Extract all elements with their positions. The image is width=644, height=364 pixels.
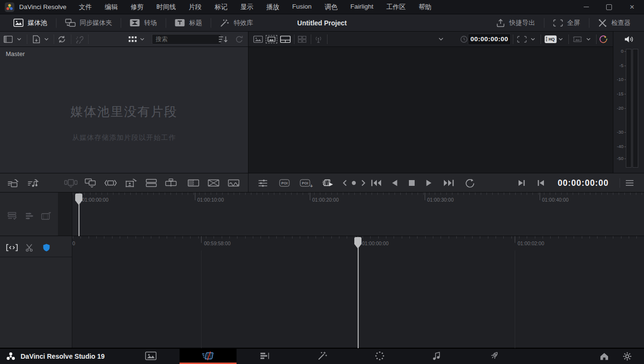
menu-item-时间线[interactable]: 时间线 [157,3,176,11]
menu-item-显示[interactable]: 显示 [240,3,253,11]
minimize-button[interactable] [580,1,592,13]
viewer-timecode[interactable]: 00:00:00:00 [468,34,511,45]
step-back-button[interactable] [342,179,348,186]
unlink-media-icon[interactable] [75,35,83,43]
insert-button[interactable] [104,179,117,187]
track-controls-icon[interactable] [25,212,34,220]
menu-item-修剪[interactable]: 修剪 [131,3,144,11]
bin-list-toggle-icon[interactable] [4,35,13,43]
menu-item-播放[interactable]: 播放 [266,3,279,11]
transition-button[interactable] [188,179,200,187]
tab-edit[interactable] [237,349,294,364]
tab-cut[interactable] [180,349,237,364]
home-button[interactable] [599,352,609,361]
chevron-down-icon[interactable] [140,38,145,41]
timeline-view-icon[interactable] [280,35,291,43]
place-on-top-button[interactable] [125,178,138,188]
fullscreen-button[interactable]: 全屏 [544,14,589,31]
insert-audio-button[interactable] [27,178,40,188]
playback-quality-icon[interactable]: HQ [545,35,557,43]
poi-marker-button[interactable]: POI [280,179,290,186]
menu-item-片段[interactable]: 片段 [189,3,202,11]
chevron-down-icon[interactable] [587,38,591,41]
timeline-options-menu-icon[interactable] [625,180,634,186]
chevron-down-icon[interactable] [531,38,535,41]
effects-library-toggle[interactable]: 特效库 [211,14,262,31]
razor-icon[interactable] [25,244,34,252]
chevron-down-icon[interactable] [45,38,49,41]
next-edit-point-button[interactable] [518,179,525,187]
viewer-panel[interactable] [248,47,613,173]
import-media-icon[interactable] [33,35,40,43]
titles-toggle[interactable]: 标题 [166,14,211,31]
close-button[interactable]: × [626,1,638,13]
tab-fairlight[interactable] [408,349,466,364]
multicam-view-icon[interactable] [298,35,306,43]
chevron-down-icon[interactable] [17,38,22,41]
tab-media[interactable] [122,349,180,364]
snapping-shield-icon[interactable] [43,244,50,252]
play-button[interactable] [426,179,433,187]
grid-view-icon[interactable] [129,36,137,42]
tab-color[interactable] [351,349,408,364]
append-button[interactable] [146,179,157,187]
source-overwrite-button[interactable] [64,178,78,188]
settings-gear-button[interactable] [622,352,632,361]
stop-button[interactable] [408,180,415,186]
lower-playhead[interactable] [358,237,359,348]
maximize-button[interactable] [603,1,615,13]
tab-fusion[interactable] [294,349,351,364]
source-clip-view-icon[interactable] [253,35,263,43]
play-around-button[interactable] [351,180,357,185]
menu-item-Fusion[interactable]: Fusion [292,3,312,11]
timeline-overview[interactable]: 01:00:00:0001:00:10:0001:00:20:0001:00:3… [0,193,644,236]
source-tape-trim-view-icon[interactable] [266,35,277,43]
ai-enhance-icon[interactable] [599,34,608,44]
resize-image-icon[interactable] [573,35,582,43]
play-reverse-button[interactable] [391,179,398,187]
quick-export-button[interactable]: 快捷导出 [487,14,544,31]
overwrite-button[interactable] [85,178,97,188]
dissolve-button[interactable] [208,179,220,187]
trim-mode-icon[interactable] [6,244,18,251]
tools-button[interactable] [258,178,268,187]
menu-item-帮助[interactable]: 帮助 [418,3,431,11]
menu-item-调色[interactable]: 调色 [325,3,338,11]
ripple-overwrite-button[interactable] [165,178,177,187]
insert-video-button[interactable] [7,178,20,188]
review-play-button[interactable] [322,178,335,187]
menu-item-文件[interactable]: 文件 [79,3,92,11]
chevron-down-icon[interactable] [559,38,563,41]
search-input[interactable] [152,34,221,45]
step-forward-button[interactable] [361,179,366,186]
timeline-timecode[interactable]: 00:00:00:00 [558,178,609,188]
media-pool-toggle[interactable]: 媒体池 [5,14,56,31]
previous-edit-point-button[interactable] [537,179,545,187]
viewer-option-dropdown[interactable] [439,37,443,41]
menu-item-标记[interactable]: 标记 [215,3,227,11]
inspector-toggle[interactable]: 检查器 [589,14,640,31]
menu-item-工作区[interactable]: 工作区 [386,3,406,11]
transitions-toggle[interactable]: 转场 [121,14,166,31]
refresh-icon[interactable] [236,35,243,43]
speaker-icon[interactable] [624,35,634,44]
safe-area-icon[interactable] [517,36,527,43]
menu-item-编辑[interactable]: 编辑 [105,3,118,11]
add-poi-marker-button[interactable]: POI [300,179,310,186]
menu-item-Fairlight[interactable]: Fairlight [350,3,373,11]
live-stream-icon[interactable] [315,35,322,43]
sync-bin-toggle[interactable]: 同步媒体夹 [56,14,121,31]
tab-deliver[interactable] [465,349,523,364]
quick-export-icon [496,19,505,27]
upper-timeline-ruler[interactable]: 01:00:00:0001:00:10:0001:00:20:0001:00:3… [72,193,644,206]
resync-media-icon[interactable] [57,35,66,43]
timeline-detail[interactable]: 00:59:58:0001:00:00:0001:00:02:000 [0,236,644,348]
sort-icon[interactable] [218,35,228,43]
clip-options-icon[interactable] [41,212,52,220]
skip-to-start-button[interactable] [371,179,382,187]
skip-to-end-button[interactable] [443,179,454,187]
timeline-options-icon[interactable] [8,212,18,220]
smooth-cut-button[interactable] [228,179,240,187]
loop-button[interactable] [465,178,476,187]
media-pool-panel[interactable]: Master 媒体池里没有片段 从媒体存储添加片段以开始工作 [0,47,248,173]
